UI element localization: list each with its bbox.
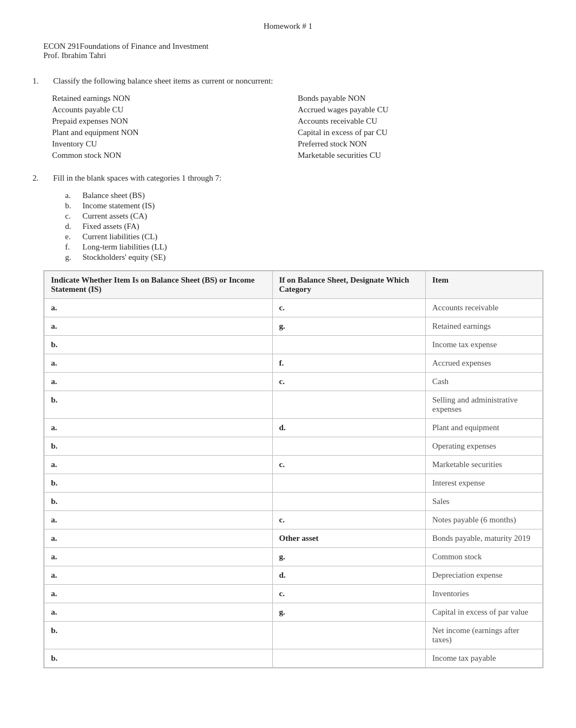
- col-bs-is: a.: [44, 373, 273, 391]
- col-bs-is: a.: [44, 548, 273, 566]
- sub-label: e.: [65, 232, 78, 241]
- q2-text: 2. Fill in the blank spaces with categor…: [33, 174, 543, 183]
- sub-list-item: a.Balance sheet (BS): [65, 190, 543, 201]
- col-category: c.: [272, 373, 425, 391]
- col-category: d.: [272, 566, 425, 585]
- header-info: ECON 291Foundations of Finance and Inves…: [43, 42, 543, 60]
- col-item: Capital in excess of par value: [425, 603, 542, 622]
- sub-list-item: f.Long-term liabilities (LL): [65, 242, 543, 252]
- col-category: f.: [272, 354, 425, 373]
- col-bs-is: a.: [44, 419, 273, 437]
- page-title: Homework # 1: [33, 22, 543, 31]
- col-category: g.: [272, 603, 425, 622]
- col-bs-is: a.: [44, 529, 273, 548]
- col-item: Interest expense: [425, 474, 542, 493]
- classify-right-item: Accrued wages payable CU: [298, 105, 543, 115]
- question-2: 2. Fill in the blank spaces with categor…: [33, 174, 543, 668]
- col-item: Plant and equipment: [425, 419, 542, 437]
- sub-list-item: b.Income statement (IS): [65, 201, 543, 211]
- table-row: a.c.Notes payable (6 months): [44, 511, 543, 529]
- classify-right-item: Accounts receivable CU: [298, 116, 543, 126]
- col-category: Other asset: [272, 529, 425, 548]
- sub-list-item: e.Current liabilities (CL): [65, 232, 543, 242]
- classify-left-item: Retained earnings NON: [52, 93, 298, 104]
- col-bs-is: a.: [44, 511, 273, 529]
- header-line2: Prof. Ibrahim Tahri: [43, 51, 543, 60]
- col-bs-is: a.: [44, 317, 273, 336]
- col-category: d.: [272, 419, 425, 437]
- table-row: b.Income tax payable: [44, 649, 543, 668]
- table-header-row: Indicate Whether Item Is on Balance Shee…: [44, 271, 543, 299]
- col-bs-is: a.: [44, 566, 273, 585]
- table-row: b.Net income (earnings after taxes): [44, 622, 543, 649]
- col-header-3: Item: [425, 271, 542, 299]
- table-wrapper: Indicate Whether Item Is on Balance Shee…: [43, 270, 543, 668]
- sub-text: Current assets (CA): [82, 212, 147, 221]
- col-item: Inventories: [425, 585, 542, 603]
- col-bs-is: b.: [44, 493, 273, 511]
- sub-list-item: d.Fixed assets (FA): [65, 221, 543, 232]
- sub-text: Balance sheet (BS): [82, 191, 145, 200]
- col-category: [272, 437, 425, 456]
- table-head: Indicate Whether Item Is on Balance Shee…: [44, 271, 543, 299]
- sub-label: b.: [65, 201, 78, 210]
- classify-left-item: Common stock NON: [52, 150, 298, 161]
- col-category: g.: [272, 317, 425, 336]
- q2-content: Fill in the blank spaces with categories…: [53, 174, 221, 183]
- col-category: [272, 493, 425, 511]
- col-category: [272, 622, 425, 649]
- table-row: b.Sales: [44, 493, 543, 511]
- classify-right-item: Marketable securities CU: [298, 150, 543, 161]
- table-row: a.d.Plant and equipment: [44, 419, 543, 437]
- header-line1: ECON 291Foundations of Finance and Inves…: [43, 42, 543, 51]
- col-item: Income tax payable: [425, 649, 542, 668]
- table-row: a.g.Capital in excess of par value: [44, 603, 543, 622]
- table-row: b.Interest expense: [44, 474, 543, 493]
- col-category: c.: [272, 511, 425, 529]
- sub-text: Current liabilities (CL): [82, 232, 157, 241]
- sub-list-item: g.Stockholders' equity (SE): [65, 252, 543, 263]
- col-bs-is: a.: [44, 299, 273, 317]
- col-bs-is: b.: [44, 336, 273, 354]
- col-category: c.: [272, 585, 425, 603]
- col-item: Net income (earnings after taxes): [425, 622, 542, 649]
- col-item: Operating expenses: [425, 437, 542, 456]
- sub-label: f.: [65, 242, 78, 252]
- classify-left-item: Prepaid expenses NON: [52, 116, 298, 126]
- sub-text: Long-term liabilities (LL): [82, 242, 167, 252]
- table-row: b.Operating expenses: [44, 437, 543, 456]
- sub-text: Fixed assets (FA): [82, 222, 139, 231]
- col-item: Common stock: [425, 548, 542, 566]
- col-item: Notes payable (6 months): [425, 511, 542, 529]
- col-item: Income tax expense: [425, 336, 542, 354]
- question-1: 1. Classify the following balance sheet …: [33, 76, 543, 161]
- table-row: b.Selling and administrative expenses: [44, 391, 543, 419]
- q1-text: 1. Classify the following balance sheet …: [33, 76, 543, 86]
- q2-number: 2.: [33, 174, 49, 183]
- sub-list-item: c.Current assets (CA): [65, 211, 543, 221]
- col-bs-is: a.: [44, 585, 273, 603]
- col-bs-is: a.: [44, 456, 273, 474]
- col-header-1: Indicate Whether Item Is on Balance Shee…: [44, 271, 273, 299]
- table-row: a.c.Accounts receivable: [44, 299, 543, 317]
- col-bs-is: b.: [44, 474, 273, 493]
- col-item: Bonds payable, maturity 2019: [425, 529, 542, 548]
- q1-number: 1.: [33, 76, 49, 86]
- sub-list: a.Balance sheet (BS)b.Income statement (…: [65, 190, 543, 263]
- classify-right-item: Bonds payable NON: [298, 93, 543, 104]
- answer-table: Indicate Whether Item Is on Balance Shee…: [44, 271, 543, 668]
- classify-grid: Retained earnings NONBonds payable NONAc…: [52, 93, 543, 161]
- col-category: [272, 474, 425, 493]
- table-row: a.g.Retained earnings: [44, 317, 543, 336]
- col-item: Depreciation expense: [425, 566, 542, 585]
- col-bs-is: b.: [44, 391, 273, 419]
- classify-left-item: Inventory CU: [52, 139, 298, 149]
- q1-content: Classify the following balance sheet ite…: [53, 76, 273, 86]
- table-row: a.g.Common stock: [44, 548, 543, 566]
- col-item: Selling and administrative expenses: [425, 391, 542, 419]
- col-item: Sales: [425, 493, 542, 511]
- table-body: a.c.Accounts receivablea.g.Retained earn…: [44, 299, 543, 668]
- col-item: Retained earnings: [425, 317, 542, 336]
- col-category: [272, 336, 425, 354]
- sub-label: g.: [65, 253, 78, 262]
